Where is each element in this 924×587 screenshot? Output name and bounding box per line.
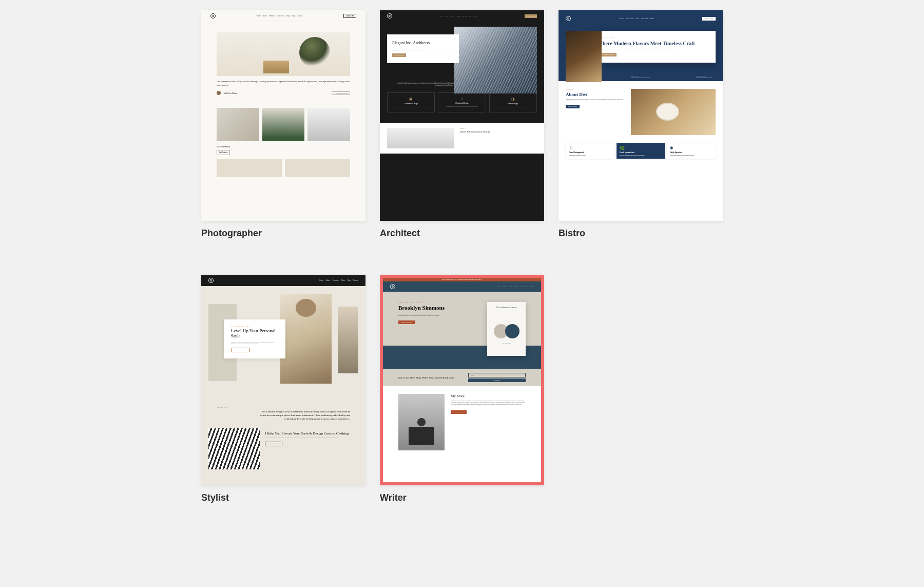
book-title: The Monarch Effect [491, 306, 522, 309]
feature-card: 🍴Food ReimaginedClassic recipes with bol… [566, 143, 614, 159]
hero-image-2 [338, 307, 358, 373]
avatar [217, 91, 221, 95]
feature-card: 🌿Fresh IngredientsEvery dish starts with… [617, 143, 665, 159]
services-button: OUR SERVICES → [265, 442, 282, 446]
template-card-bistro[interactable]: (555) 123-4567 FOR RESERVATIONS D Landin… [559, 10, 723, 239]
story-title: My Story [451, 394, 526, 398]
book-art [494, 313, 519, 338]
template-grid: D HomeAboutPortfolioCollectionsShopBlogC… [103, 10, 821, 503]
preview-architect: D HomeAboutPortfolioProjectsServicesBlog… [380, 10, 544, 221]
quote-button: Get A Quote [525, 14, 537, 18]
purchase-button: PURCHASE NOW [398, 320, 415, 324]
about-title: About Divi [566, 92, 626, 97]
logo-icon: D [387, 13, 392, 18]
more-about-button: MORE ABOUT ME [451, 410, 467, 414]
signup-form: Email Subscribe [468, 373, 526, 382]
hero-title: Brooklyn Simmons [398, 305, 479, 311]
logo-icon: D [210, 13, 216, 18]
book-author: B.D. Simmons [491, 343, 522, 344]
recent-title: Recent Work [217, 145, 350, 148]
portfolio-button: My Photography Portfolio [332, 91, 350, 95]
interior-icon: ◨ [492, 97, 534, 101]
nav-menu: HomeAboutServicesShopBlogContact [319, 279, 358, 281]
house-icon: ⌂ [440, 97, 483, 101]
book-cover: The Monarch Effect B.D. Simmons [487, 302, 526, 356]
hero-caption: I'm obsessed with telling stories throug… [217, 80, 350, 87]
explore-button: EXPLORE SERVICES [231, 348, 250, 352]
hero-image [280, 294, 332, 384]
template-label: Stylist [201, 493, 365, 503]
topbar: (555) 123-4567 FOR RESERVATIONS [559, 10, 723, 14]
signup-text: Get a Free Short Story When You Join My … [398, 376, 456, 379]
help-image [208, 428, 260, 469]
hero-text: At Divi, we blend contemporary cuisine w… [598, 48, 709, 50]
hero-title: Elegant Inc. Architects [392, 41, 454, 45]
story-image [398, 394, 445, 450]
hero-label: BEST SELLING AUTHOR [398, 302, 479, 304]
preview-wrapper: D HomeAboutPortfolioProjectsServicesBlog… [380, 10, 544, 221]
about-label: ABOUT DIVI [566, 89, 626, 90]
preview-bistro: (555) 123-4567 FOR RESERVATIONS D Landin… [559, 10, 723, 221]
hero-text: From the runway to the streets, my appro… [231, 342, 278, 345]
feature-card: ⌂Residential DesignWe design homes that … [438, 92, 486, 112]
about-label: ABOUT ME [217, 407, 350, 408]
leaf-icon: 🌿 [620, 146, 662, 150]
logo-icon: D [566, 16, 571, 21]
preview-writer: GET A FREE EBOOK OF MY BOOK CLUB WHEN YO… [383, 278, 541, 482]
template-card-architect[interactable]: D HomeAboutPortfolioProjectsServicesBlog… [380, 10, 544, 239]
fork-icon: 🍴 [569, 146, 611, 150]
template-card-writer[interactable]: GET A FREE EBOOK OF MY BOOK CLUB WHEN YO… [380, 275, 544, 503]
hero-image [217, 32, 350, 76]
template-card-stylist[interactable]: D HomeAboutServicesShopBlogContact FASHI… [201, 275, 365, 503]
nav-menu: HomeAboutPortfolioCollectionsShopBlogCon… [257, 15, 302, 17]
hero-title: Level Up Your Personal Style [231, 329, 278, 339]
book-table-button: BOOK A TABLE [702, 17, 716, 21]
hero-label: FASHION STYLIST [231, 326, 278, 327]
feature-card: ✱Daily SpecialsRotating chef creations y… [667, 143, 716, 159]
preview-wrapper: D HomeAboutServicesShopBlogContact FASHI… [201, 275, 365, 485]
recent-label: RECENT [459, 128, 537, 129]
preview-wrapper: (555) 123-4567 FOR RESERVATIONS D Landin… [559, 10, 723, 221]
hero-subtitle: At Elegant Inc. Architects we are dedica… [392, 47, 454, 51]
nav-menu: HomeBooksAboutEventsBlogShopContact [497, 286, 534, 288]
topbar: GET A FREE EBOOK OF MY BOOK CLUB WHEN YO… [383, 278, 541, 281]
preview-wrapper: D HomeAboutPortfolioCollectionsShopBlogC… [201, 10, 365, 221]
bottom-thumb [285, 159, 350, 177]
full-portfolio-button: Full Portfolio [217, 150, 230, 155]
contact-button: Contact Me [343, 14, 356, 18]
help-title: I Help You Elevate Your Style & Design C… [265, 431, 358, 435]
building-icon: ▣ [390, 97, 432, 101]
view-work-button: View Our Work [392, 53, 406, 57]
template-label: Architect [380, 228, 544, 239]
template-label: Photographer [201, 228, 365, 239]
bottom-image [387, 128, 454, 148]
learn-more-button: LEARN MORE [566, 105, 580, 108]
about-text: I'm a fashion designer who is passionate… [258, 410, 350, 421]
hero-image [566, 31, 602, 82]
about-desc: Our seasonally guided menu draws from lo… [566, 99, 626, 102]
preview-stylist: D HomeAboutServicesShopBlogContact FASHI… [201, 275, 365, 485]
about-image [631, 89, 716, 135]
author-name: Hello! I'm Olivia [223, 92, 237, 94]
gallery-thumb [262, 108, 305, 141]
hero-label: WELCOME TO DIVI [598, 37, 709, 39]
logo-icon: D [390, 284, 395, 289]
story-desc: Growing up, I was always fascinated by t… [451, 400, 526, 407]
hero-desc: Brooklyn Simmons is a celebrated author … [398, 313, 479, 316]
preview-wrapper: GET A FREE EBOOK OF MY BOOK CLUB WHEN YO… [380, 275, 544, 485]
hero-title: Where Modern Flavors Meet Timeless Craft [598, 41, 709, 46]
subscribe-button: Subscribe [468, 378, 526, 382]
help-label: ABOUT ME [265, 428, 358, 430]
nav-menu: LandingAboutGalleryMenuShopBlogContact [620, 18, 654, 20]
hero-image [454, 27, 537, 93]
bottom-thumb [217, 159, 282, 177]
template-label: Bistro [559, 228, 723, 239]
nav-menu: HomeAboutPortfolioProjectsServicesBlogCo… [440, 15, 477, 17]
gallery-thumb [307, 108, 350, 141]
gallery-thumb [217, 108, 259, 141]
template-card-photographer[interactable]: D HomeAboutPortfolioCollectionsShopBlogC… [201, 10, 365, 239]
feature-card: ◨Interior DesignOur interior design serv… [489, 92, 537, 112]
recent-title: Urban & Commercial Design [459, 130, 537, 133]
email-input: Email [468, 373, 526, 377]
logo-icon: D [208, 278, 214, 283]
